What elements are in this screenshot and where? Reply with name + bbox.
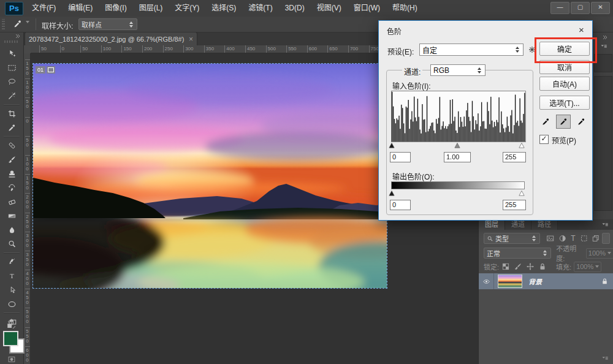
- output-black-field[interactable]: 0: [390, 200, 411, 210]
- lock-position-icon[interactable]: [526, 262, 535, 271]
- input-white-slider[interactable]: [518, 142, 525, 149]
- quick-mask-icon[interactable]: [6, 355, 17, 363]
- eyedropper-group: [538, 115, 588, 129]
- menu-item-6[interactable]: 选择(S): [205, 0, 242, 17]
- output-black-slider[interactable]: [388, 190, 395, 197]
- white-point-eyedropper[interactable]: [574, 115, 588, 129]
- histogram-box: [391, 91, 526, 142]
- tab-close-icon[interactable]: ×: [189, 35, 193, 44]
- eyedropper-tool-icon[interactable]: [12, 19, 23, 29]
- tool-gradient[interactable]: [4, 210, 19, 222]
- menu-item-2[interactable]: 编辑(E): [62, 0, 99, 17]
- menu-item-5[interactable]: 文字(Y): [169, 0, 205, 17]
- filter-type-text-icon[interactable]: T: [570, 234, 576, 243]
- vruler-label: 250: [25, 213, 30, 232]
- tool-path-select[interactable]: [4, 284, 19, 296]
- input-levels-label: 输入色阶(I):: [392, 80, 431, 91]
- menu-item-3[interactable]: 图像(I): [99, 0, 132, 17]
- select-spinner-icon: [129, 21, 134, 28]
- output-white-slider[interactable]: [518, 190, 525, 197]
- tool-type[interactable]: T: [4, 270, 19, 282]
- layers-tab-2[interactable]: 通道: [505, 219, 531, 230]
- layer-visibility-cell[interactable]: [479, 273, 494, 289]
- tool-history-brush[interactable]: [4, 182, 19, 194]
- layers-panel-menu-icon[interactable]: [599, 221, 611, 229]
- output-white-field[interactable]: 255: [503, 200, 526, 210]
- collapse-panel-icon[interactable]: [14, 33, 21, 39]
- document-image[interactable]: 01: [32, 63, 387, 289]
- menu-item-9[interactable]: 视图(V): [311, 0, 348, 17]
- menu-item-11[interactable]: 帮助(H): [386, 0, 424, 17]
- layer-thumbnail[interactable]: [498, 275, 522, 288]
- filter-adjustment-icon[interactable]: [558, 234, 566, 243]
- filter-shape-icon[interactable]: [580, 234, 588, 243]
- search-icon: [487, 235, 493, 242]
- collapse-dock-icon[interactable]: [601, 34, 609, 40]
- toolbar-grip[interactable]: [4, 40, 19, 43]
- tool-magic-wand[interactable]: [4, 90, 19, 102]
- menu-items: 文件(F)编辑(E)图像(I)图层(L)文字(Y)选择(S)滤镜(T)3D(D)…: [26, 0, 424, 17]
- tool-marquee[interactable]: [4, 62, 19, 74]
- menu-item-8[interactable]: 3D(D): [279, 0, 311, 17]
- tool-eraser[interactable]: [4, 196, 19, 208]
- tool-blur[interactable]: [4, 224, 19, 236]
- tool-lasso[interactable]: [4, 76, 19, 88]
- input-black-field[interactable]: 0: [390, 152, 411, 162]
- swap-colors-icon[interactable]: [5, 319, 18, 330]
- menu-item-7[interactable]: 滤镜(T): [242, 0, 278, 17]
- foreground-color-swatch[interactable]: [3, 331, 18, 346]
- menu-item-1[interactable]: 文件(F): [26, 0, 62, 17]
- eye-icon[interactable]: [482, 278, 491, 285]
- layers-tab-3[interactable]: 路径: [531, 219, 558, 230]
- tool-spot-healing[interactable]: [4, 140, 19, 151]
- auto-button[interactable]: 自动(A): [539, 77, 590, 91]
- layers-tab-1[interactable]: 图层: [479, 219, 505, 230]
- lock-transparency-icon[interactable]: [501, 262, 510, 271]
- bottom-panel-menu-icon[interactable]: [599, 355, 611, 362]
- preview-checkbox[interactable]: ✓: [539, 135, 549, 144]
- filter-pixel-icon[interactable]: [546, 234, 554, 243]
- fill-value-box[interactable]: 100%: [574, 262, 601, 272]
- tool-crop[interactable]: [4, 108, 19, 119]
- tool-clone-stamp[interactable]: [4, 168, 19, 180]
- menu-item-4[interactable]: 图层(L): [133, 0, 169, 17]
- tool-brush[interactable]: [4, 154, 19, 165]
- tool-move[interactable]: [4, 48, 19, 59]
- input-white-field[interactable]: 255: [503, 152, 526, 162]
- dialog-close-icon[interactable]: ×: [579, 25, 584, 35]
- input-gamma-slider[interactable]: [454, 142, 461, 149]
- options-button[interactable]: 选项(T)...: [539, 96, 590, 110]
- lock-pixels-icon[interactable]: [514, 262, 522, 271]
- tool-ellipse[interactable]: [4, 298, 19, 310]
- opacity-value-box[interactable]: 100%: [586, 248, 613, 259]
- tool-eyedropper[interactable]: [4, 122, 19, 134]
- preset-select[interactable]: 自定: [419, 44, 524, 56]
- tool-dodge[interactable]: [4, 238, 19, 250]
- sample-size-select[interactable]: 取样点: [78, 18, 137, 30]
- filter-toggle-button[interactable]: [602, 233, 610, 244]
- minimize-button[interactable]: —: [550, 2, 569, 14]
- channel-select[interactable]: RGB: [430, 64, 485, 76]
- close-button[interactable]: ✕: [591, 2, 610, 14]
- filter-type-select[interactable]: 类型: [484, 233, 540, 244]
- menu-item-10[interactable]: 窗口(W): [348, 0, 386, 17]
- vruler-label: 550: [25, 327, 30, 346]
- panel-menu-icon[interactable]: [598, 43, 610, 50]
- sample-size-label: 取样大小:: [42, 20, 73, 31]
- maximize-button[interactable]: ▢: [571, 2, 590, 14]
- hruler-label: 400: [224, 45, 245, 53]
- input-gamma-field[interactable]: 1.00: [444, 152, 471, 162]
- tool-preset-caret-icon[interactable]: [26, 23, 29, 34]
- fill-value: 100%: [576, 263, 593, 270]
- blend-mode-select[interactable]: 正常: [484, 248, 551, 259]
- filter-smart-object-icon[interactable]: [592, 234, 600, 243]
- document-tab[interactable]: 20783472_181242325000_2.jpg @ 66.7%(RGB/…: [25, 32, 197, 45]
- tool-pen[interactable]: [4, 256, 19, 268]
- lock-all-icon[interactable]: [538, 262, 547, 271]
- background-layer-row[interactable]: 背景: [479, 273, 613, 289]
- spot-healing-icon: [7, 141, 17, 150]
- input-black-slider[interactable]: [388, 142, 395, 149]
- black-point-eyedropper[interactable]: [538, 115, 553, 129]
- gray-point-eyedropper[interactable]: [556, 115, 571, 129]
- options-bar-grip[interactable]: [2, 19, 5, 29]
